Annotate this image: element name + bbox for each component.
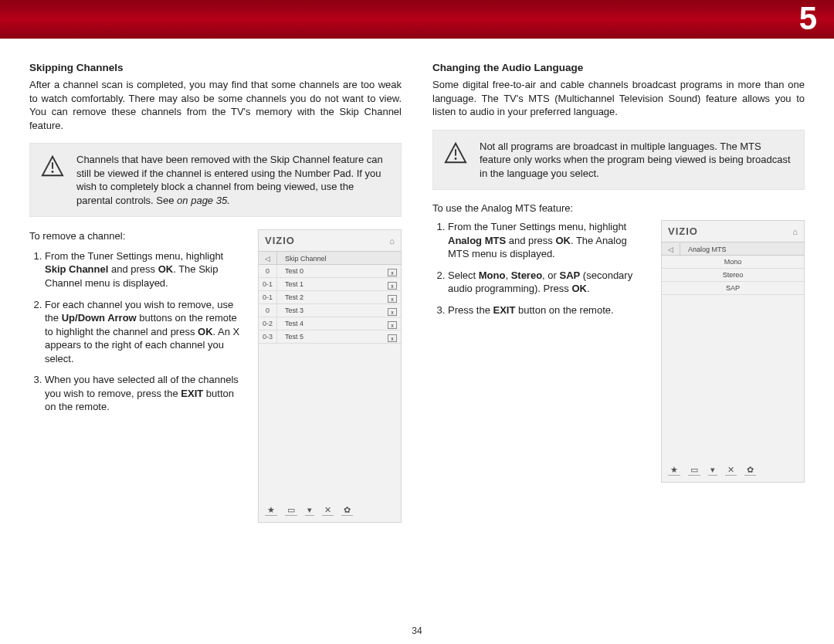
instruction-text-right: From the Tuner Settings menu, highlight … <box>432 220 650 324</box>
channel-row: 0-1Test 1x <box>259 278 401 291</box>
channel-row: 0-3Test 5x <box>259 330 401 344</box>
note-box-right: Not all programs are broadcast in multip… <box>432 130 805 191</box>
step-3-right: Press the EXIT button on the remote. <box>448 303 650 317</box>
channel-row: 0-2Test 4x <box>259 317 401 330</box>
steps-right: From the Tuner Settings menu, highlight … <box>432 220 650 317</box>
step-bold: OK <box>198 326 213 337</box>
cc-icon: ▭ <box>688 465 700 476</box>
option-row: Mono <box>662 256 804 269</box>
cc-icon: ▭ <box>285 505 297 516</box>
step-text: Press the <box>448 304 493 316</box>
step-bold: Skip Channel <box>45 263 108 275</box>
channel-row: 0Test 0x <box>259 265 401 278</box>
header-bar: 5 <box>0 0 834 39</box>
v){ -icon: ▾ <box>305 505 314 516</box>
svg-point-1 <box>52 171 54 173</box>
screen-title: Analog MTS <box>680 242 804 256</box>
instruction-row-left: To remove a channel: From the Tuner Sett… <box>29 229 402 523</box>
screen-footer: ★ ▭ ▾ ✕ ✿ <box>662 460 804 482</box>
section-number: 5 <box>799 2 817 35</box>
step-bold: Up/Down Arrow <box>62 312 137 324</box>
steps-left: From the Tuner Settings menu, highlight … <box>29 249 247 414</box>
step-bold: EXIT <box>181 388 203 399</box>
star-icon: ★ <box>668 465 680 476</box>
step-bold: Analog MTS <box>448 235 506 246</box>
v-icon: ▾ <box>708 465 717 476</box>
home-icon: ⌂ <box>792 227 798 236</box>
channel-rows: 0Test 0x0-1Test 1x0-1Test 2x0Test 3x0-2T… <box>259 265 401 344</box>
back-icon: ◁ <box>259 252 277 266</box>
home-icon: ⌂ <box>389 236 395 246</box>
channel-row: 0Test 3x <box>259 304 401 317</box>
intro-right: Some digital free-to-air and cable chann… <box>432 78 805 119</box>
note-box-left: Channels that have been removed with the… <box>29 143 402 217</box>
lead-in-right: To use the Analog MTS feature: <box>432 202 805 214</box>
back-icon: ◁ <box>662 242 680 256</box>
screen-header: VIZIO ⌂ <box>259 230 401 251</box>
star-icon: ★ <box>265 505 277 516</box>
gear-icon: ✿ <box>744 465 756 476</box>
option-row: SAP <box>662 282 804 295</box>
step-3-left: When you have selected all of the channe… <box>45 373 247 414</box>
right-column: Changing the Audio Language Some digital… <box>432 62 805 523</box>
channel-row: 0-1Test 2x <box>259 291 401 304</box>
page-body: Skipping Channels After a channel scan i… <box>0 39 834 523</box>
step-text: , or <box>542 269 559 281</box>
step-text: From the Tuner Settings menu, highlight <box>448 221 626 232</box>
mock-screen-skip-channel: VIZIO ⌂ ◁ Skip Channel 0Test 0x0-1Test 1… <box>258 229 402 523</box>
gear-icon: ✿ <box>341 505 353 516</box>
step-2-left: For each channel you wish to remove, use… <box>45 298 247 366</box>
left-column: Skipping Channels After a channel scan i… <box>29 62 402 523</box>
step-1-left: From the Tuner Settings menu, highlight … <box>45 249 247 290</box>
step-bold: OK <box>555 235 571 246</box>
step-text: From the Tuner Settings menu, highlight <box>45 250 223 262</box>
step-text: , <box>505 269 510 281</box>
note-text-right: Not all programs are broadcast in multip… <box>480 141 791 179</box>
screen-title: Skip Channel <box>277 252 401 266</box>
x-icon: ✕ <box>725 465 737 476</box>
step-bold: Mono <box>479 269 506 281</box>
screen-header: VIZIO ⌂ <box>662 221 804 242</box>
step-bold: Stereo <box>511 269 542 281</box>
intro-left: After a channel scan is completed, you m… <box>29 78 402 132</box>
screen-title-row: ◁ Analog MTS <box>662 242 804 256</box>
x-icon: ✕ <box>322 505 334 516</box>
step-text: and press <box>108 263 158 275</box>
screen-footer: ★ ▭ ▾ ✕ ✿ <box>259 500 401 522</box>
mock-screen-analog-mts: VIZIO ⌂ ◁ Analog MTS MonoStereoSAP ★ ▭ ▾… <box>661 220 805 483</box>
step-bold: OK <box>571 283 587 294</box>
step-2-right: Select Mono, Stereo, or SAP (secondary a… <box>448 269 650 296</box>
page-number: 34 <box>0 625 834 636</box>
step-text: button on the remote. <box>515 304 613 316</box>
step-text: . <box>587 283 590 294</box>
instruction-text-left: To remove a channel: From the Tuner Sett… <box>29 229 247 422</box>
lead-in-left: To remove a channel: <box>29 229 247 243</box>
step-bold: EXIT <box>493 304 516 316</box>
step-text: and press <box>506 235 555 246</box>
heading-audio-language: Changing the Audio Language <box>432 62 805 73</box>
warning-icon <box>444 141 467 164</box>
option-row: Stereo <box>662 269 804 282</box>
option-rows: MonoStereoSAP <box>662 256 804 295</box>
screen-title-row: ◁ Skip Channel <box>259 251 401 265</box>
step-bold: OK <box>158 263 174 275</box>
heading-skipping-channels: Skipping Channels <box>29 62 402 73</box>
brand-logo: VIZIO <box>668 225 698 237</box>
brand-logo: VIZIO <box>265 235 295 246</box>
step-1-right: From the Tuner Settings menu, highlight … <box>448 220 650 261</box>
step-bold: SAP <box>560 269 581 281</box>
warning-icon <box>41 154 64 178</box>
instruction-row-right: From the Tuner Settings menu, highlight … <box>432 220 805 483</box>
svg-point-3 <box>455 158 457 160</box>
note-ref-left: on page 35. <box>177 195 230 206</box>
step-text: Select <box>448 269 479 281</box>
